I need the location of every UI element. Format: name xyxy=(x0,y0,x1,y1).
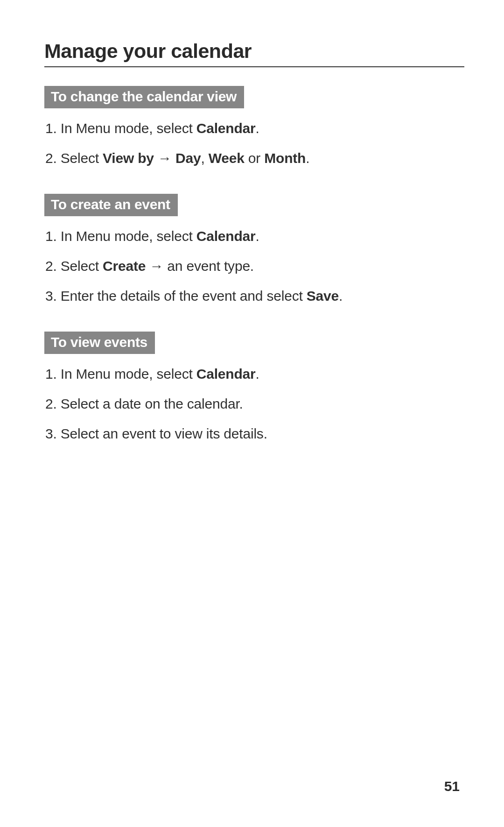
step-number: 1. xyxy=(45,228,57,244)
step-item: 1. In Menu mode, select Calendar. xyxy=(45,119,464,138)
body-text: Select xyxy=(57,150,103,166)
section-view-events: To view events 1. In Menu mode, select C… xyxy=(44,332,464,444)
body-text: In Menu mode, select xyxy=(57,228,196,244)
section-header: To change the calendar view xyxy=(44,86,244,108)
step-number: 3. xyxy=(45,426,57,441)
step-item: 3. Enter the details of the event and se… xyxy=(45,286,464,306)
bold-text: Calendar xyxy=(196,366,256,382)
body-text: . xyxy=(256,366,259,382)
steps-list: 1. In Menu mode, select Calendar. 2. Sel… xyxy=(44,226,464,306)
section-header: To create an event xyxy=(44,194,178,216)
bold-text: Create xyxy=(103,258,146,274)
page-title: Manage your calendar xyxy=(44,40,464,67)
bold-text: Day xyxy=(175,150,201,166)
body-text: . xyxy=(306,150,309,166)
body-text: → an event type. xyxy=(146,258,254,274)
step-item: 2. Select a date on the calendar. xyxy=(45,394,464,414)
section-header: To view events xyxy=(44,332,155,354)
steps-list: 1. In Menu mode, select Calendar. 2. Sel… xyxy=(44,364,464,444)
bold-text: Save xyxy=(307,288,339,304)
body-text: or xyxy=(245,150,265,166)
step-number: 1. xyxy=(45,366,57,382)
step-item: 2. Select Create → an event type. xyxy=(45,256,464,276)
section-change-view: To change the calendar view 1. In Menu m… xyxy=(44,86,464,168)
body-text: Select an event to view its details. xyxy=(57,426,267,441)
bold-text: Month xyxy=(264,150,306,166)
body-text: . xyxy=(256,120,259,136)
step-number: 1. xyxy=(45,120,57,136)
section-create-event: To create an event 1. In Menu mode, sele… xyxy=(44,194,464,306)
step-item: 2. Select View by → Day, Week or Month. xyxy=(45,148,464,168)
step-number: 2. xyxy=(45,150,57,166)
body-text: Enter the details of the event and selec… xyxy=(57,288,307,304)
step-item: 1. In Menu mode, select Calendar. xyxy=(45,364,464,384)
bold-text: Calendar xyxy=(196,120,256,136)
body-text: In Menu mode, select xyxy=(57,366,196,382)
body-text: Select xyxy=(57,258,103,274)
steps-list: 1. In Menu mode, select Calendar. 2. Sel… xyxy=(44,119,464,168)
bold-text: Week xyxy=(209,150,245,166)
bold-text: View by xyxy=(103,150,154,166)
body-text: Select a date on the calendar. xyxy=(57,396,243,411)
step-number: 2. xyxy=(45,396,57,411)
body-text: In Menu mode, select xyxy=(57,120,196,136)
step-number: 2. xyxy=(45,258,57,274)
step-item: 1. In Menu mode, select Calendar. xyxy=(45,226,464,246)
body-text: . xyxy=(339,288,343,304)
page-number: 51 xyxy=(444,778,460,794)
step-number: 3. xyxy=(45,288,57,304)
body-text: , xyxy=(201,150,208,166)
bold-text: Calendar xyxy=(196,228,256,244)
step-item: 3. Select an event to view its details. xyxy=(45,424,464,444)
body-text: → xyxy=(154,150,175,166)
body-text: . xyxy=(256,228,259,244)
